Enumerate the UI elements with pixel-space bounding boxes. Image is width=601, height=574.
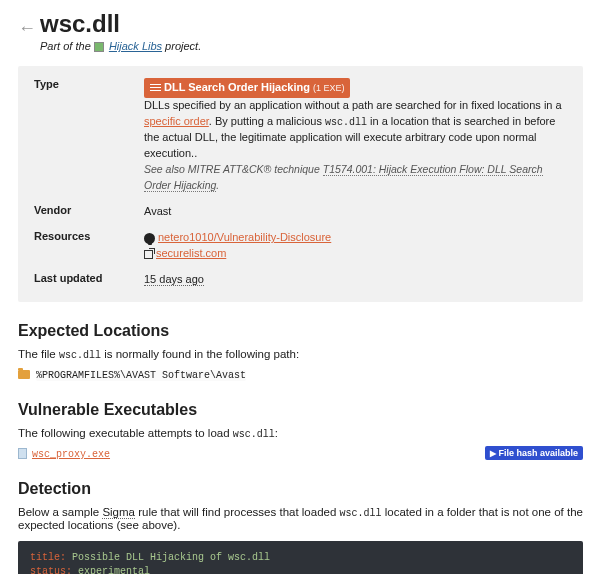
sigma-rule-code: title: Possible DLL Hijacking of wsc.dll…: [18, 541, 583, 574]
vuln-heading: Vulnerable Executables: [18, 401, 583, 419]
file-icon: [18, 448, 27, 459]
lastupdated-value: 15 days ago: [144, 273, 204, 286]
vuln-intro: The following executable attempts to loa…: [18, 427, 583, 440]
expected-intro: The file wsc.dll is normally found in th…: [18, 348, 583, 361]
project-icon: [94, 42, 104, 52]
file-hash-badge[interactable]: ▶File hash available: [485, 446, 583, 460]
expected-heading: Expected Locations: [18, 322, 583, 340]
detect-heading: Detection: [18, 480, 583, 498]
vendor-value: Avast: [144, 204, 567, 220]
see-also: See also MITRE ATT&CK® technique T1574.0…: [144, 163, 543, 192]
bars-icon: [150, 84, 161, 93]
github-icon: [144, 233, 155, 244]
project-link[interactable]: Hijack Libs: [109, 40, 162, 52]
type-badge: DLL Search Order Hijacking (1 EXE): [144, 78, 350, 98]
subtitle: Part of the Hijack Libs project.: [40, 40, 583, 52]
vuln-exe: wsc_proxy.exe: [18, 446, 110, 460]
back-arrow-icon[interactable]: ←: [18, 18, 36, 39]
specific-order-link[interactable]: specific order: [144, 115, 209, 127]
lastupdated-label: Last updated: [34, 272, 144, 288]
expected-path: %PROGRAMFILES%\AVAST Software\Avast: [18, 367, 583, 381]
resources-label: Resources: [34, 230, 144, 262]
page-title: wsc.dll: [40, 10, 120, 38]
detect-intro: Below a sample Sigma rule that will find…: [18, 506, 583, 531]
resource-link-1[interactable]: netero1010/Vulnerability-Disclosure: [158, 231, 331, 243]
folder-icon: [18, 370, 30, 379]
vendor-label: Vendor: [34, 204, 144, 220]
external-link-icon: [144, 250, 153, 259]
info-box: Type DLL Search Order Hijacking (1 EXE) …: [18, 66, 583, 302]
type-label: Type: [34, 78, 144, 194]
vuln-exe-link[interactable]: wsc_proxy.exe: [32, 449, 110, 460]
resource-link-2[interactable]: securelist.com: [156, 247, 226, 259]
